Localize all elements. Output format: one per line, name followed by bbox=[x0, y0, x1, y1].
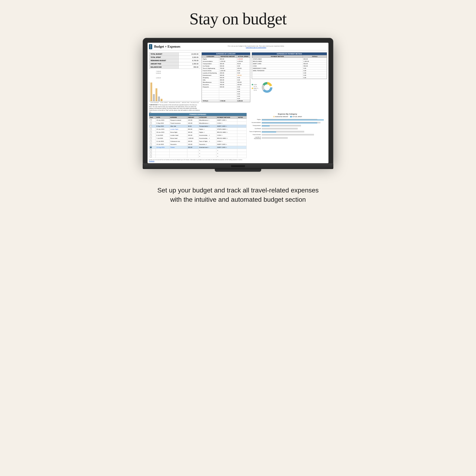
table-row: Souvenirs400.00100.00 bbox=[202, 84, 250, 86]
customization-link[interactable]: Click here to go to Customization bbox=[246, 47, 266, 48]
left-section: TOTAL BUDGET 10,000.00 TOTAL SPENT 3,300… bbox=[149, 52, 200, 113]
bar-row-flights: Flights bbox=[248, 118, 327, 121]
expenses-by-category: EXPENSES BY CATEGORY CATEGORY BUDGETED A… bbox=[202, 52, 250, 102]
bar-row-laundry: Laundry & Drycleaning bbox=[248, 136, 327, 139]
bar-label-flights: Flights bbox=[248, 119, 261, 120]
checkbox[interactable] bbox=[150, 143, 152, 145]
laptop-stand bbox=[215, 169, 261, 172]
payment-table-title: EXPENSES BY PAYMENT METHOD bbox=[252, 52, 327, 55]
cash-percent: 16.7% bbox=[254, 86, 259, 87]
important-note: !! IMPORTANT !! The top portion of this … bbox=[149, 104, 200, 113]
checkbox[interactable] bbox=[150, 125, 152, 127]
checkbox[interactable] bbox=[150, 153, 152, 154]
legend-actual: ACTUAL SPENT bbox=[290, 116, 302, 117]
bar-row-food: Food & Drinks bbox=[248, 133, 327, 136]
table-row: 11-Jul-2023Colosseum tour200.00 Tours & … bbox=[149, 140, 247, 143]
spreadsheet: HOME Budget + Expenses First, set up you… bbox=[148, 43, 328, 163]
table-row: 0.00 bbox=[202, 95, 250, 97]
bar-group-remaining bbox=[155, 88, 157, 101]
col-actual: ACTUAL SPENT bbox=[236, 55, 250, 58]
table-row: REMAINING BUDGET 6,700.00 bbox=[149, 59, 200, 62]
debit-dot bbox=[252, 88, 253, 89]
col-expense: EXPENSE bbox=[170, 116, 187, 119]
legend-budgeted: BUDGETED AMOUNT bbox=[273, 116, 289, 117]
table-row: 16-Jun-2023Passport renewal100.00 Miscel… bbox=[149, 119, 247, 122]
totals-row: TOTALS 7,700.00 3,300.00 bbox=[202, 100, 250, 102]
balance-label: BALANCE DUE bbox=[149, 66, 179, 69]
checkbox[interactable] bbox=[150, 119, 152, 121]
col-payment: PAYMENT METHOD bbox=[216, 116, 237, 119]
laptop-notch bbox=[231, 165, 245, 167]
table-row: ▼▼ bbox=[149, 155, 247, 158]
donut-chart-container: CASH 16.7% DEBIT C... 18.2% bbox=[252, 80, 327, 94]
checkbox[interactable] bbox=[150, 155, 152, 157]
bar-group-budget bbox=[150, 83, 152, 101]
checkbox[interactable] bbox=[150, 146, 152, 148]
bar-track-transportation bbox=[262, 124, 327, 127]
table-row: TOTAL BUDGET 10,000.00 bbox=[149, 52, 200, 56]
legend-item-debit: DEBIT C... bbox=[252, 88, 259, 89]
remaining-label: REMAINING BUDGET bbox=[149, 59, 179, 62]
table-row: 0.00 bbox=[202, 88, 250, 90]
table-row: Laundry & Drycleaning200.000.00 bbox=[202, 72, 250, 74]
bar-track-laundry bbox=[262, 137, 327, 139]
table-row: Flights800.001,150.00 bbox=[202, 58, 250, 60]
table-row: 0.00 bbox=[202, 93, 250, 95]
home-tab[interactable]: HOME bbox=[149, 44, 152, 49]
bar-row-transportation: Transportation bbox=[248, 124, 327, 127]
col-date: DATE bbox=[156, 116, 170, 119]
table-row: 6-Jul-2023London hotel250.00 Accommodat.… bbox=[149, 134, 247, 137]
table-row: BALANCE DUE 950.00 bbox=[149, 66, 200, 69]
table-row: TOTAL SPENT 3,300.00 bbox=[149, 56, 200, 59]
table-row: EMERGENCY CARD0.00 bbox=[252, 67, 327, 69]
table-row: STEPH AMEX650.00 bbox=[252, 58, 327, 60]
table-row: 0.00 bbox=[252, 76, 327, 79]
table-row: 0.00 bbox=[252, 74, 327, 76]
table-header-row: CATEGORY BUDGETED AMOUNT ACTUAL SPENT bbox=[202, 55, 250, 58]
itemized-table: Paid DATE EXPENSE AMOUNT CATEGORY PAYMEN… bbox=[149, 116, 247, 158]
remaining-value: 6,700.00 bbox=[178, 59, 200, 62]
disclaimer: Quotes are not sourced from all markets … bbox=[149, 159, 247, 162]
bottom-section: ITEMIZED EXPENSES Paid DATE EXPENSE AMOU… bbox=[149, 113, 327, 162]
bar-track-car-rental bbox=[262, 127, 327, 130]
col-notes: NOTES bbox=[237, 116, 247, 119]
table-row: Car Rental500.000.00 bbox=[202, 65, 250, 67]
col-method: PAYMENT METHOD bbox=[252, 55, 303, 58]
bar-total-spent bbox=[153, 94, 155, 101]
table-row: 5-Sep-2023Travel insurance100.00 Miscell… bbox=[149, 122, 247, 125]
table-row: 8-Sep-2023Uber ride50.00 Transportation … bbox=[149, 125, 247, 128]
col-budgeted: BUDGETED AMOUNT bbox=[219, 55, 236, 58]
donut-legend: CASH 16.7% DEBIT C... 18.2% bbox=[252, 84, 259, 91]
checkbox[interactable] bbox=[150, 150, 152, 151]
balance-value: 950.00 bbox=[178, 66, 200, 69]
debit-label: DEBIT C... bbox=[254, 88, 259, 89]
budgeted-legend-label: BUDGETED AMOUNT bbox=[275, 116, 289, 117]
disclaimer-link[interactable]: Disclaimer bbox=[149, 160, 154, 162]
bar-total-budget bbox=[150, 83, 152, 101]
budget-value: 10,000.00 bbox=[178, 52, 200, 56]
table-row: AMOUNT PAID 2,350.00 bbox=[149, 62, 200, 66]
table-header-row: PAYMENT METHOD TOTALS bbox=[252, 55, 327, 58]
spent-label: TOTAL SPENT bbox=[149, 56, 179, 59]
checkbox[interactable] bbox=[150, 128, 152, 130]
spreadsheet-title: Budget + Expenses bbox=[154, 45, 180, 49]
page-title: Stay on budget bbox=[189, 9, 287, 29]
checkbox[interactable] bbox=[150, 131, 152, 133]
itemized-section: ITEMIZED EXPENSES Paid DATE EXPENSE AMOU… bbox=[149, 113, 247, 162]
checkbox[interactable] bbox=[150, 122, 152, 124]
actual-legend-label: ACTUAL SPENT bbox=[292, 116, 302, 117]
spent-value: 3,300.00 bbox=[178, 56, 200, 59]
middle-section: EXPENSES BY CATEGORY CATEGORY BUDGETED A… bbox=[202, 52, 250, 113]
table-row: Shopping500.000.00 bbox=[202, 76, 250, 79]
checkbox[interactable] bbox=[150, 140, 152, 142]
table-row: 7-Jul-2023Rome hotel1,000.00 Accommodat.… bbox=[149, 137, 247, 140]
table-row: Gifts300.000.00 bbox=[202, 79, 250, 81]
cash-dot bbox=[252, 84, 253, 85]
checkbox[interactable] bbox=[150, 137, 152, 139]
bar-label-tours: Tours & Sightseeing bbox=[248, 131, 261, 132]
itemized-title: ITEMIZED EXPENSES bbox=[149, 113, 247, 116]
subtitle: Set up your budget and track all travel-… bbox=[157, 186, 319, 204]
checkbox[interactable] bbox=[150, 134, 152, 136]
chart-legend: BUDGETED AMOUNT ACTUAL SPENT bbox=[248, 116, 327, 117]
table-row: 0.00 bbox=[202, 90, 250, 93]
